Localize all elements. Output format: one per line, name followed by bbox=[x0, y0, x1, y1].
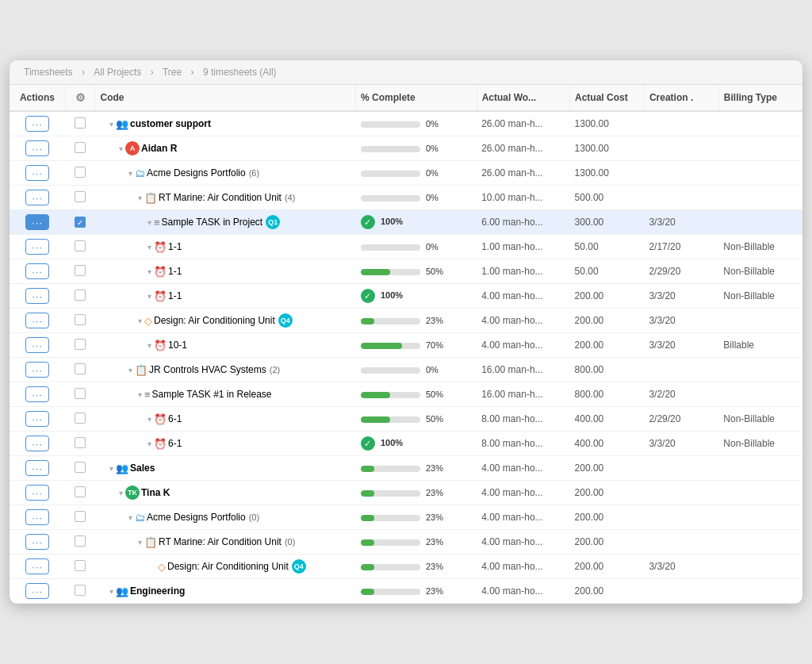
row-checkbox[interactable] bbox=[75, 363, 86, 374]
row-actions-button[interactable]: ··· bbox=[25, 116, 49, 132]
expand-chevron[interactable]: ▾ bbox=[147, 267, 151, 276]
row-actions-button[interactable]: ··· bbox=[25, 140, 49, 156]
row-actions-button[interactable]: ··· bbox=[25, 288, 49, 304]
expand-chevron[interactable]: ▾ bbox=[138, 317, 142, 325]
row-checkbox[interactable] bbox=[75, 486, 86, 497]
actual-work-cell: 1.00 man-ho... bbox=[477, 235, 569, 259]
breadcrumb-timesheets[interactable]: Timesheets bbox=[24, 67, 73, 78]
col-header-billing: Billing Type bbox=[718, 85, 802, 111]
row-actions-button[interactable]: ··· bbox=[25, 337, 49, 353]
row-checkbox[interactable] bbox=[75, 511, 86, 522]
table-row: ··· ▾ ⏰ 1-1 50% 1.00 man-ho... 50.00 2/2… bbox=[10, 259, 802, 284]
col-header-gear[interactable]: ⚙ bbox=[65, 85, 95, 111]
actions-cell: ··· bbox=[10, 579, 65, 604]
breadcrumb-all-projects[interactable]: All Projects bbox=[94, 67, 141, 78]
creation-cell: 2/29/20 bbox=[644, 259, 718, 284]
checkbox-cell bbox=[65, 407, 95, 432]
complete-cell: 0% bbox=[356, 358, 477, 382]
complete-cell: 23% bbox=[356, 309, 477, 333]
row-checkbox[interactable] bbox=[75, 535, 86, 547]
expand-chevron[interactable]: ▾ bbox=[138, 390, 142, 399]
code-cell: ▾ 👥 Engineering bbox=[95, 579, 356, 604]
row-actions-button[interactable]: ··· bbox=[25, 583, 49, 599]
row-actions-button[interactable]: ··· bbox=[25, 214, 49, 230]
code-cell: ▾ 📋 JR Controls HVAC Systems (2) bbox=[95, 358, 356, 382]
billing-type-cell bbox=[718, 530, 802, 555]
complete-cell: 70% bbox=[356, 333, 477, 358]
row-label: Sample TASK in Project bbox=[162, 217, 263, 228]
expand-chevron[interactable]: ▾ bbox=[128, 513, 132, 522]
row-checkbox[interactable] bbox=[75, 167, 86, 178]
row-checkbox[interactable] bbox=[75, 191, 86, 202]
expand-chevron[interactable]: ▾ bbox=[147, 292, 151, 301]
row-actions-button[interactable]: ··· bbox=[25, 436, 49, 451]
progress-bar-wrap bbox=[361, 269, 420, 275]
row-checkbox[interactable] bbox=[75, 117, 86, 129]
actions-cell: ··· bbox=[10, 259, 65, 284]
row-label: Sales bbox=[130, 462, 155, 474]
progress-bar-fill bbox=[361, 392, 391, 398]
row-checkbox[interactable] bbox=[75, 265, 86, 276]
code-cell: ▾ ≡ Sample TASK #1 in Release bbox=[95, 382, 356, 407]
row-actions-button[interactable]: ··· bbox=[25, 190, 49, 205]
expand-chevron[interactable]: ▾ bbox=[109, 120, 113, 129]
item-count: (0) bbox=[285, 537, 295, 547]
progress-bar-fill bbox=[361, 466, 374, 472]
code-cell: ◇ Design: Air Conditioning Unit Q4 bbox=[95, 555, 356, 579]
expand-chevron[interactable]: ▾ bbox=[147, 415, 151, 424]
pct-label: 23% bbox=[426, 537, 443, 547]
row-actions-button[interactable]: ··· bbox=[25, 165, 49, 181]
table-row: ··· ▾ ⏰ 6-1 ✓ 100% 8.00 man-ho... 400.00… bbox=[10, 432, 802, 456]
row-actions-button[interactable]: ··· bbox=[25, 263, 49, 279]
row-actions-button[interactable]: ··· bbox=[25, 460, 49, 476]
breadcrumb-tree[interactable]: Tree bbox=[163, 67, 182, 78]
row-actions-button[interactable]: ··· bbox=[25, 411, 49, 427]
row-checkbox[interactable] bbox=[75, 388, 86, 399]
item-count: (6) bbox=[249, 168, 259, 178]
row-checkbox[interactable] bbox=[75, 339, 86, 350]
billing-type-cell bbox=[718, 186, 802, 210]
row-actions-button[interactable]: ··· bbox=[25, 485, 49, 501]
row-checkbox[interactable] bbox=[75, 437, 86, 448]
expand-chevron[interactable]: ▾ bbox=[128, 366, 132, 374]
row-checkbox[interactable] bbox=[75, 462, 86, 473]
expand-chevron[interactable]: ▾ bbox=[119, 489, 123, 497]
expand-chevron[interactable]: ▾ bbox=[119, 144, 123, 153]
expand-chevron[interactable]: ▾ bbox=[147, 341, 151, 350]
row-actions-button[interactable]: ··· bbox=[25, 386, 49, 402]
row-checkbox[interactable]: ✓ bbox=[75, 217, 86, 228]
expand-chevron[interactable]: ▾ bbox=[147, 243, 151, 251]
progress-bar-wrap bbox=[361, 539, 420, 546]
table-row: ··· ▾ ⏰ 10-1 70% 4.00 man-ho... 200.00 3… bbox=[10, 333, 802, 358]
sales-icon: 👥 bbox=[116, 462, 128, 474]
progress-bar-wrap bbox=[361, 589, 420, 595]
row-actions-button[interactable]: ··· bbox=[25, 509, 49, 525]
complete-cell: 23% bbox=[356, 456, 477, 481]
expand-chevron[interactable]: ▾ bbox=[138, 538, 142, 547]
row-actions-button[interactable]: ··· bbox=[25, 362, 49, 378]
code-cell: ▾ ⏰ 10-1 bbox=[95, 333, 356, 358]
row-checkbox[interactable] bbox=[75, 290, 86, 301]
row-checkbox[interactable] bbox=[75, 142, 86, 153]
creation-cell bbox=[644, 456, 718, 481]
row-actions-button[interactable]: ··· bbox=[25, 534, 49, 550]
expand-chevron[interactable]: ▾ bbox=[128, 169, 132, 178]
row-checkbox[interactable] bbox=[75, 585, 86, 596]
expand-chevron[interactable]: ▾ bbox=[138, 194, 142, 202]
expand-chevron[interactable]: ▾ bbox=[147, 218, 151, 227]
gear-icon[interactable]: ⚙ bbox=[75, 91, 86, 104]
row-actions-button[interactable]: ··· bbox=[25, 558, 49, 574]
creation-cell: 3/3/20 bbox=[644, 210, 718, 235]
row-checkbox[interactable] bbox=[75, 314, 86, 325]
row-label: 1-1 bbox=[168, 266, 182, 277]
row-checkbox[interactable] bbox=[75, 240, 86, 251]
row-name: ◇ Design: Air Conditioning Unit Q4 bbox=[100, 559, 351, 574]
row-checkbox[interactable] bbox=[75, 413, 86, 424]
row-actions-button[interactable]: ··· bbox=[25, 239, 49, 255]
expand-chevron[interactable]: ▾ bbox=[147, 439, 151, 448]
expand-chevron[interactable]: ▾ bbox=[109, 464, 113, 473]
row-checkbox[interactable] bbox=[75, 560, 86, 571]
row-label: 1-1 bbox=[168, 241, 182, 252]
expand-chevron[interactable]: ▾ bbox=[109, 587, 113, 596]
row-actions-button[interactable]: ··· bbox=[25, 313, 49, 328]
